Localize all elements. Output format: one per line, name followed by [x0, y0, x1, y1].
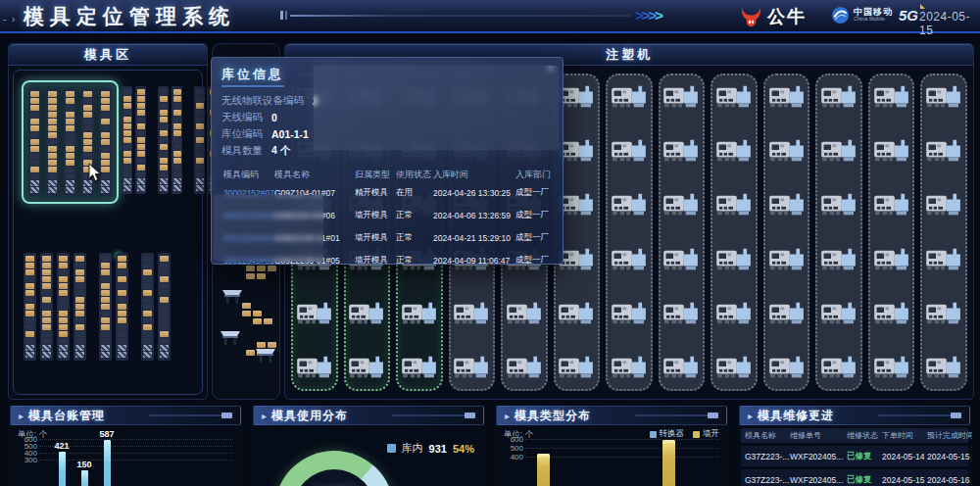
repair-table-cell: 2024-05-15 — [882, 475, 925, 485]
rack-strip[interactable] — [135, 86, 146, 194]
rack-cell — [137, 89, 145, 95]
injection-machine-icon[interactable] — [873, 82, 910, 112]
injection-machine-icon[interactable] — [715, 245, 753, 274]
injection-machine-icon[interactable] — [401, 353, 438, 382]
carrier-sub: China Mobile — [854, 17, 893, 23]
machine-column[interactable] — [763, 73, 810, 391]
injection-machine-icon[interactable] — [715, 136, 753, 166]
rack-strip[interactable] — [99, 253, 112, 361]
injection-machine-icon[interactable] — [401, 299, 438, 328]
injection-machine-icon[interactable] — [296, 353, 333, 382]
injection-machine-icon[interactable] — [820, 136, 858, 166]
panel-slider[interactable] — [877, 414, 961, 416]
injection-machine-icon[interactable] — [611, 82, 648, 112]
rack-strip[interactable] — [46, 88, 59, 196]
injection-machine-icon[interactable] — [558, 353, 595, 382]
rack-cell — [196, 130, 204, 136]
injection-machine-icon[interactable] — [715, 353, 753, 382]
injection-machine-icon[interactable] — [662, 299, 700, 328]
rack-highlight-group[interactable] — [22, 80, 119, 204]
injection-machine-icon[interactable] — [768, 82, 806, 112]
injection-machine-icon[interactable] — [925, 299, 962, 328]
injection-machine-icon[interactable] — [873, 190, 910, 219]
injection-machine-icon[interactable] — [820, 353, 858, 382]
rack-strip[interactable] — [122, 86, 132, 194]
usage-legend: 库内 931 54% — [387, 441, 474, 456]
injection-machine-icon[interactable] — [453, 299, 490, 328]
injection-machine-icon[interactable] — [611, 136, 648, 166]
injection-machine-icon[interactable] — [611, 190, 648, 219]
injection-machine-icon[interactable] — [558, 82, 595, 112]
injection-machine-icon[interactable] — [611, 245, 648, 274]
rack-cell — [118, 276, 126, 282]
rack-strip[interactable] — [64, 88, 76, 196]
rack-strip[interactable] — [158, 253, 171, 361]
rack-cell — [173, 151, 181, 157]
injection-machine-icon[interactable] — [558, 299, 595, 328]
rack-strip[interactable] — [57, 253, 70, 361]
injection-machine-icon[interactable] — [506, 353, 543, 382]
rack-strip[interactable] — [158, 86, 169, 194]
injection-machine-icon[interactable] — [611, 299, 648, 328]
injection-machine-icon[interactable] — [662, 82, 700, 112]
injection-machine-icon[interactable] — [453, 353, 490, 382]
mold-block — [268, 273, 276, 279]
rack-cell — [42, 331, 51, 337]
injection-machine-icon[interactable] — [768, 353, 806, 382]
rack-strip[interactable] — [172, 86, 182, 194]
rack-cell — [173, 144, 181, 150]
injection-machine-icon[interactable] — [506, 299, 543, 328]
machine-column[interactable] — [868, 73, 915, 391]
injection-machine-icon[interactable] — [558, 136, 595, 166]
machine-column[interactable] — [710, 73, 758, 391]
injection-machine-icon[interactable] — [820, 190, 858, 219]
rack-cell — [123, 171, 131, 177]
machine-column[interactable] — [606, 73, 653, 391]
injection-machine-icon[interactable] — [662, 353, 700, 382]
machine-column[interactable] — [815, 73, 862, 391]
injection-machine-icon[interactable] — [662, 190, 700, 219]
injection-machine-icon[interactable] — [768, 245, 806, 274]
injection-machine-icon[interactable] — [611, 353, 648, 382]
panel-slider[interactable] — [634, 414, 718, 416]
injection-machine-icon[interactable] — [873, 353, 910, 382]
machine-column[interactable] — [659, 73, 706, 391]
rack-strip[interactable] — [194, 86, 205, 194]
injection-machine-icon[interactable] — [925, 353, 962, 382]
panel-slider[interactable] — [391, 414, 475, 416]
injection-machine-icon[interactable] — [558, 245, 595, 274]
injection-machine-icon[interactable] — [820, 299, 858, 328]
panel-slider[interactable] — [148, 414, 232, 416]
injection-machine-icon[interactable] — [348, 353, 385, 382]
injection-machine-icon[interactable] — [925, 190, 962, 219]
injection-machine-icon[interactable] — [820, 245, 858, 274]
injection-machine-icon[interactable] — [873, 299, 910, 328]
rack-strip[interactable] — [40, 253, 53, 361]
injection-machine-icon[interactable] — [925, 245, 962, 274]
injection-machine-icon[interactable] — [715, 82, 753, 112]
injection-machine-icon[interactable] — [348, 299, 385, 328]
injection-machine-icon[interactable] — [873, 245, 910, 274]
injection-machine-icon[interactable] — [296, 299, 333, 328]
machine-column[interactable] — [920, 73, 967, 391]
injection-machine-icon[interactable] — [662, 245, 700, 274]
rack-strip[interactable] — [24, 253, 36, 361]
injection-machine-icon[interactable] — [820, 82, 858, 112]
rack-cell — [101, 153, 110, 159]
rack-strip[interactable] — [116, 253, 128, 361]
injection-machine-icon[interactable] — [768, 190, 806, 219]
injection-machine-icon[interactable] — [662, 136, 700, 166]
injection-machine-icon[interactable] — [558, 190, 595, 219]
rack-strip[interactable] — [74, 253, 86, 361]
rack-strip[interactable] — [28, 88, 41, 196]
repair-table-row[interactable]: G37Z223-...WXF202405...已修复2024-05-142024… — [741, 446, 968, 466]
injection-machine-icon[interactable] — [873, 136, 910, 166]
injection-machine-icon[interactable] — [768, 299, 806, 328]
injection-machine-icon[interactable] — [715, 299, 753, 328]
injection-machine-icon[interactable] — [925, 136, 962, 166]
rack-strip[interactable] — [141, 253, 154, 361]
injection-machine-icon[interactable] — [768, 136, 806, 166]
injection-machine-icon[interactable] — [925, 82, 962, 112]
injection-machine-icon[interactable] — [715, 190, 753, 219]
repair-table-row[interactable]: G37Z223-...WXF202405...已修复2024-05-152024… — [741, 469, 968, 486]
